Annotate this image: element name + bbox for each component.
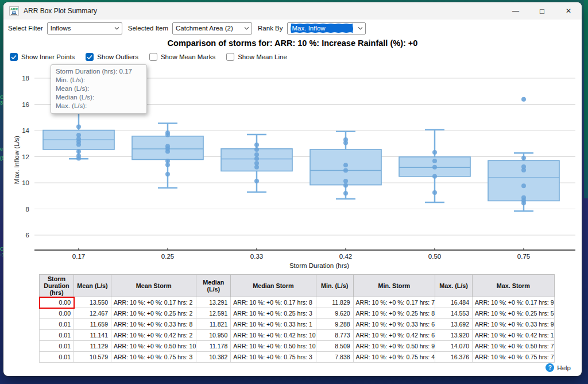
table-cell[interactable]: ARR: 10 %: +0 %: 0.75 hrs: 3 [231, 352, 316, 363]
inner-point[interactable] [254, 156, 259, 161]
table-cell[interactable]: 14.553 [435, 308, 473, 319]
inner-point[interactable] [165, 172, 170, 176]
table-header-cell[interactable]: Mean Storm [111, 275, 196, 297]
table-header-cell[interactable]: Median Storm [231, 275, 316, 297]
table-cell[interactable]: ARR: 10 %: +0 %: 0.50 hrs: 7 [473, 341, 554, 352]
table-cell[interactable]: ARR: 10 %: +0 %: 0.33 hrs: 8 [111, 319, 196, 330]
table-cell[interactable]: ARR: 10 %: +0 %: 0.17 hrs: 8 [231, 297, 316, 308]
table-cell[interactable]: 0.01 [40, 319, 74, 330]
table-cell[interactable]: ARR: 10 %: +0 %: 0.25 hrs: 8 [353, 308, 435, 319]
inner-point[interactable] [432, 190, 437, 195]
table-cell[interactable]: ARR: 10 %: +0 %: 0.17 hrs: 7 [353, 297, 435, 308]
inner-point[interactable] [76, 149, 81, 153]
table-cell[interactable]: 9.288 [316, 319, 353, 330]
maximize-button[interactable]: □ [529, 2, 555, 20]
inner-point[interactable] [254, 147, 259, 152]
selected-table-cell[interactable]: 0.00 [40, 297, 74, 308]
table-cell[interactable]: 11.659 [74, 319, 111, 330]
close-button[interactable]: ✕ [555, 2, 582, 20]
table-cell[interactable]: 13.550 [74, 297, 111, 308]
table-header-cell[interactable]: Max. Storm [473, 275, 554, 297]
table-cell[interactable]: ARR: 10 %: +0 %: 0.50 hrs: 9 [353, 341, 435, 352]
table-cell[interactable]: ARR: 10 %: +0 %: 0.50 hrs: 10 [231, 341, 316, 352]
inner-point[interactable] [432, 174, 437, 179]
table-cell[interactable]: 11.178 [196, 341, 231, 352]
table-cell[interactable]: ARR: 10 %: +0 %: 0.42 hrs: 2 [111, 330, 196, 341]
table-cell[interactable]: ARR: 10 %: +0 %: 0.42 hrs: 1 [473, 330, 554, 341]
inner-point[interactable] [76, 124, 81, 129]
table-cell[interactable]: 0.01 [40, 330, 74, 341]
table-cell[interactable]: 14.070 [435, 341, 473, 352]
table-cell[interactable]: ARR: 10 %: +0 %: 0.75 hrs: 3 [111, 352, 196, 363]
inner-point[interactable] [254, 165, 259, 170]
table-cell[interactable]: 16.484 [435, 297, 473, 308]
inner-point[interactable] [343, 141, 348, 145]
table-cell[interactable]: 8.773 [316, 330, 353, 341]
table-cell[interactable]: ARR: 10 %: +0 %: 0.25 hrs: 2 [111, 308, 196, 319]
table-cell[interactable]: 10.579 [74, 352, 111, 363]
inner-point[interactable] [76, 143, 81, 147]
rank-by-dropdown[interactable]: Max. Inflow [287, 22, 366, 34]
outlier-point[interactable] [521, 97, 526, 102]
table-cell[interactable]: 11.129 [74, 341, 111, 352]
table-cell[interactable]: 7.838 [316, 352, 353, 363]
inner-point[interactable] [521, 201, 526, 205]
checkbox-show-inner-points[interactable]: Show Inner Points [10, 53, 75, 61]
selected-item-dropdown[interactable]: Catchment Area (2) [172, 22, 252, 34]
table-cell[interactable]: 16.376 [435, 352, 473, 363]
table-cell[interactable]: ARR: 10 %: +0 %: 0.42 hrs: 6 [353, 330, 435, 341]
checkbox-unchecked-icon[interactable] [226, 53, 234, 61]
table-cell[interactable]: ARR: 10 %: +0 %: 0.50 hrs: 10 [111, 341, 196, 352]
table-cell[interactable]: 10.950 [196, 330, 231, 341]
checkbox-checked-icon[interactable] [10, 53, 18, 61]
inner-point[interactable] [76, 156, 81, 160]
inner-point[interactable] [165, 163, 170, 167]
inner-point[interactable] [432, 165, 437, 170]
table-cell[interactable]: ARR: 10 %: +0 %: 0.33 hrs: 1 [231, 319, 316, 330]
table-header-cell[interactable]: Mean (L/s) [74, 275, 111, 297]
table-cell[interactable]: 12.467 [74, 308, 111, 319]
inner-point[interactable] [521, 183, 526, 188]
checkbox-show-outliers[interactable]: Show Outliers [86, 53, 138, 61]
table-header-cell[interactable]: Median (L/s) [196, 275, 231, 297]
inner-point[interactable] [343, 168, 348, 172]
table-cell[interactable]: 11.821 [196, 319, 231, 330]
inner-point[interactable] [165, 133, 170, 137]
inner-point[interactable] [165, 159, 170, 163]
inner-point[interactable] [521, 168, 526, 172]
table-header-cell[interactable]: Min. (L/s) [316, 275, 353, 297]
checkbox-checked-icon[interactable] [86, 53, 94, 61]
table-header-cell[interactable]: Storm Duration (hrs) [40, 275, 74, 297]
inner-point[interactable] [343, 183, 348, 188]
inner-point[interactable] [165, 149, 170, 153]
inner-point[interactable] [343, 191, 348, 195]
table-cell[interactable]: 13.692 [435, 319, 473, 330]
table-cell[interactable]: ARR: 10 %: +0 %: 0.17 hrs: 2 [111, 297, 196, 308]
table-header-cell[interactable]: Max. (L/s) [435, 275, 473, 297]
inner-point[interactable] [432, 150, 437, 155]
table-cell[interactable]: ARR: 10 %: +0 %: 0.75 hrs: 7 [473, 352, 554, 363]
inner-point[interactable] [254, 179, 259, 183]
table-cell[interactable]: 13.920 [435, 330, 473, 341]
table-cell[interactable]: ARR: 10 %: +0 %: 0.25 hrs: 5 [473, 308, 554, 319]
inner-point[interactable] [254, 143, 259, 147]
table-cell[interactable]: ARR: 10 %: +0 %: 0.33 hrs: 9 [473, 319, 554, 330]
help-button[interactable]: ? Help [546, 363, 571, 372]
inner-point[interactable] [254, 161, 259, 166]
table-cell[interactable]: ARR: 10 %: +0 %: 0.42 hrs: 10 [231, 330, 316, 341]
table-cell[interactable]: 0.01 [40, 352, 74, 363]
inner-point[interactable] [343, 163, 348, 167]
inner-point[interactable] [254, 152, 259, 157]
table-cell[interactable]: 0.00 [40, 308, 74, 319]
table-header-cell[interactable]: Min. Storm [353, 275, 435, 297]
checkbox-show-mean-line[interactable]: Show Mean Line [226, 53, 287, 61]
table-cell[interactable]: 10.382 [196, 352, 231, 363]
table-cell[interactable]: 13.291 [196, 297, 231, 308]
table-cell[interactable]: 11.829 [316, 297, 353, 308]
table-cell[interactable]: ARR: 10 %: +0 %: 0.25 hrs: 3 [231, 308, 316, 319]
select-filter-dropdown[interactable]: Inflows [47, 22, 122, 34]
table-cell[interactable]: ARR: 10 %: +0 %: 0.17 hrs: 9 [473, 297, 554, 308]
inner-point[interactable] [432, 159, 437, 163]
checkbox-show-mean-marks[interactable]: Show Mean Marks [149, 53, 215, 61]
checkbox-unchecked-icon[interactable] [149, 53, 157, 61]
